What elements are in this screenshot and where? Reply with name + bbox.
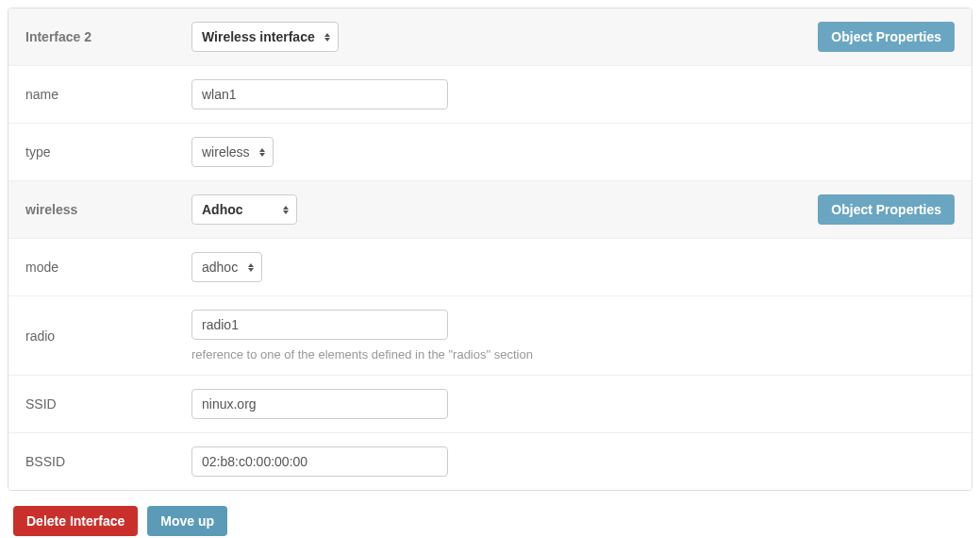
field-row-mode: mode adhoc [8,239,972,296]
bssid-label: BSSID [25,454,191,469]
field-row-type: type wireless [8,124,972,181]
mode-label: mode [25,260,191,275]
name-input[interactable] [191,79,448,109]
mode-select[interactable]: adhoc [191,252,262,282]
field-row-bssid: BSSID [8,433,972,490]
interface-panel: Interface 2 Wireless interface Object Pr… [8,8,972,491]
field-row-radio: radio reference to one of the elements d… [8,296,972,376]
interface-title: Interface 2 [25,29,191,44]
type-select[interactable]: wireless [191,137,274,167]
radio-label: radio [25,328,191,344]
wireless-object-properties-button[interactable]: Object Properties [818,194,955,225]
wireless-header-row: wireless Adhoc Object Properties [8,181,972,239]
move-up-button[interactable]: Move up [147,506,227,536]
type-label: type [25,144,191,160]
wireless-preset-select[interactable]: Adhoc [191,194,297,225]
delete-interface-button[interactable]: Delete Interface [13,506,138,536]
name-label: name [25,87,191,102]
radio-help-text: reference to one of the elements defined… [191,347,955,361]
bssid-input[interactable] [191,446,448,477]
ssid-label: SSID [25,396,191,412]
footer-actions: Delete Interface Move up [2,496,978,538]
interface-type-select[interactable]: Wireless interface [191,22,339,52]
radio-input[interactable] [191,310,448,340]
field-row-ssid: SSID [8,376,972,433]
ssid-input[interactable] [191,389,448,419]
object-properties-button[interactable]: Object Properties [818,22,955,52]
wireless-title: wireless [25,202,191,217]
field-row-name: name [8,66,972,124]
interface-header-row: Interface 2 Wireless interface Object Pr… [8,8,972,66]
